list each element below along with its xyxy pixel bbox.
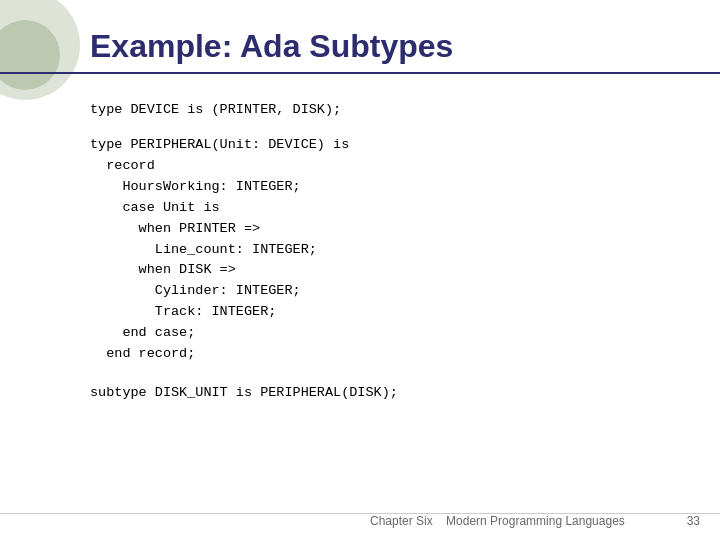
footer-page-number: 33 bbox=[687, 514, 700, 528]
code-block-main: type PERIPHERAL(Unit: DEVICE) is record … bbox=[90, 135, 690, 365]
footer-subtitle: Modern Programming Languages bbox=[446, 514, 625, 528]
footer: Chapter Six Modern Programming Languages… bbox=[0, 513, 720, 528]
content-area: type DEVICE is (PRINTER, DISK); type PER… bbox=[90, 85, 690, 490]
slide-title: Example: Ada Subtypes bbox=[90, 28, 690, 65]
decoration bbox=[0, 0, 80, 120]
title-divider bbox=[0, 72, 720, 74]
footer-chapter-title: Chapter Six Modern Programming Languages bbox=[370, 514, 625, 528]
slide: Example: Ada Subtypes type DEVICE is (PR… bbox=[0, 0, 720, 540]
footer-chapter: Chapter Six bbox=[370, 514, 433, 528]
code-subtype: subtype DISK_UNIT is PERIPHERAL(DISK); bbox=[90, 383, 690, 404]
code-line1: type DEVICE is (PRINTER, DISK); bbox=[90, 100, 690, 121]
